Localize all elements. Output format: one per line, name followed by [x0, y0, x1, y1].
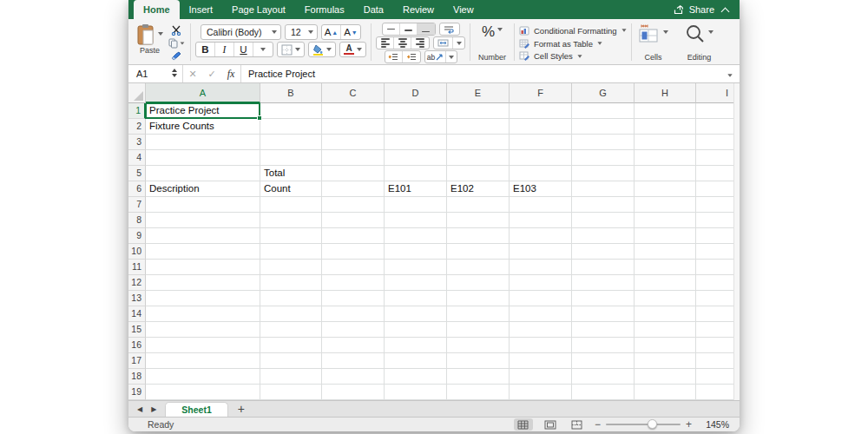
cell-E6[interactable]: E102: [447, 181, 510, 197]
row-header-9[interactable]: 9: [128, 228, 146, 244]
cell-B17[interactable]: [260, 353, 322, 369]
cell-C1[interactable]: [322, 103, 385, 119]
cell-H15[interactable]: [635, 322, 696, 338]
expand-formula-bar-icon[interactable]: [727, 69, 740, 79]
cell-G18[interactable]: [572, 369, 635, 385]
cell-C8[interactable]: [322, 213, 385, 228]
cell-H17[interactable]: [635, 353, 696, 369]
cell-E13[interactable]: [447, 291, 510, 306]
cell-E8[interactable]: [447, 213, 510, 228]
column-header-c[interactable]: C: [322, 83, 385, 103]
cell-B16[interactable]: [260, 338, 322, 353]
share-button[interactable]: Share: [674, 4, 714, 15]
cell-G17[interactable]: [572, 353, 635, 369]
cell-A7[interactable]: [146, 197, 260, 213]
cell-D3[interactable]: [385, 135, 447, 150]
column-header-h[interactable]: H: [635, 83, 696, 103]
cell-H5[interactable]: [635, 166, 696, 181]
cell-F3[interactable]: [510, 135, 572, 150]
sheet-tab-sheet1[interactable]: Sheet1: [165, 402, 227, 417]
ribbon-tab-data[interactable]: Data: [354, 0, 393, 19]
cell-E17[interactable]: [447, 353, 510, 369]
enter-button[interactable]: ✓: [202, 69, 221, 80]
cell-E16[interactable]: [447, 338, 510, 353]
cell-G9[interactable]: [572, 228, 635, 244]
cell-E9[interactable]: [447, 228, 510, 244]
cell-E18[interactable]: [447, 369, 510, 385]
cell-G5[interactable]: [572, 166, 635, 181]
ribbon-tab-page-layout[interactable]: Page Layout: [222, 0, 295, 19]
cell-F2[interactable]: [510, 119, 572, 135]
cell-H4[interactable]: [635, 150, 696, 166]
cell-G19[interactable]: [572, 385, 635, 400]
cell-A10[interactable]: [146, 244, 260, 260]
cell-H18[interactable]: [635, 369, 696, 385]
cell-H3[interactable]: [635, 135, 696, 150]
row-header-6[interactable]: 6: [128, 181, 146, 197]
cell-H6[interactable]: [635, 181, 696, 197]
borders-button[interactable]: [277, 42, 305, 57]
cell-G15[interactable]: [572, 322, 635, 338]
zoom-in-icon[interactable]: +: [686, 418, 692, 431]
cell-F1[interactable]: [510, 103, 572, 119]
number-format-button[interactable]: %: [482, 23, 503, 41]
decrease-font-size-button[interactable]: A▼: [341, 25, 360, 39]
align-center-button[interactable]: [394, 37, 411, 49]
cell-B8[interactable]: [260, 213, 322, 228]
cell-C6[interactable]: [322, 181, 385, 197]
cell-F13[interactable]: [510, 291, 572, 306]
cell-E14[interactable]: [447, 306, 510, 322]
column-header-a[interactable]: A: [146, 83, 260, 103]
cell-A18[interactable]: [146, 369, 260, 385]
row-header-12[interactable]: 12: [128, 275, 146, 291]
cell-G13[interactable]: [572, 291, 635, 306]
increase-indent-button[interactable]: [403, 51, 420, 62]
align-bottom-button[interactable]: [418, 23, 435, 35]
cell-B14[interactable]: [260, 306, 322, 322]
cell-B10[interactable]: [260, 244, 322, 260]
cell-B7[interactable]: [260, 197, 322, 213]
cell-H16[interactable]: [635, 338, 696, 353]
cell-C3[interactable]: [322, 135, 385, 150]
align-left-button[interactable]: [377, 37, 394, 49]
cell-E15[interactable]: [447, 322, 510, 338]
column-header-g[interactable]: G: [572, 83, 635, 103]
cell-B9[interactable]: [260, 228, 322, 244]
cell-G16[interactable]: [572, 338, 635, 353]
row-header-15[interactable]: 15: [128, 322, 146, 338]
cell-A5[interactable]: [146, 166, 260, 181]
cell-E1[interactable]: [447, 103, 510, 119]
cell-D18[interactable]: [385, 369, 447, 385]
cell-C14[interactable]: [322, 306, 385, 322]
column-header-b[interactable]: B: [260, 83, 322, 103]
cell-D12[interactable]: [385, 275, 447, 291]
cell-A6[interactable]: Description: [146, 181, 260, 197]
cell-G10[interactable]: [572, 244, 635, 260]
cell-D7[interactable]: [385, 197, 447, 213]
cell-F16[interactable]: [510, 338, 572, 353]
cell-C15[interactable]: [322, 322, 385, 338]
cell-D19[interactable]: [385, 385, 447, 400]
cell-styles-button[interactable]: Cell Styles: [519, 49, 582, 62]
cell-D14[interactable]: [385, 306, 447, 322]
cell-F11[interactable]: [510, 260, 572, 275]
row-header-13[interactable]: 13: [128, 291, 146, 306]
cell-E3[interactable]: [447, 135, 510, 150]
column-header-d[interactable]: D: [385, 83, 447, 103]
cell-A19[interactable]: [146, 385, 260, 400]
cell-F19[interactable]: [510, 385, 572, 400]
cell-F15[interactable]: [510, 322, 572, 338]
font-color-button[interactable]: A: [339, 42, 366, 57]
cell-B13[interactable]: [260, 291, 322, 306]
merge-caret-icon[interactable]: [453, 37, 464, 49]
ribbon-tab-formulas[interactable]: Formulas: [295, 0, 354, 19]
cut-button[interactable]: [167, 24, 186, 36]
cell-H11[interactable]: [635, 260, 696, 275]
cell-E11[interactable]: [447, 260, 510, 275]
cell-F17[interactable]: [510, 353, 572, 369]
zoom-level[interactable]: 145%: [700, 419, 729, 430]
conditional-formatting-button[interactable]: Conditional Formatting: [519, 24, 627, 37]
cell-D16[interactable]: [385, 338, 447, 353]
page-layout-view-button[interactable]: [541, 418, 560, 431]
font-name-combo[interactable]: Calibri (Body): [201, 24, 281, 40]
